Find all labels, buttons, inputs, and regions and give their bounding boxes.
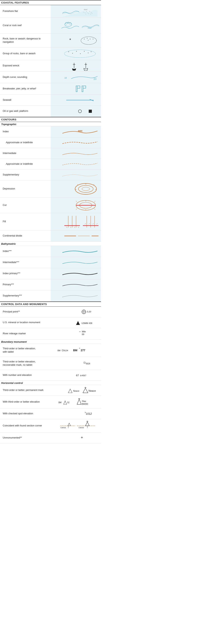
label-depth-curve: Depth curve; sounding: [0, 74, 51, 80]
svg-text:277: 277: [81, 349, 85, 352]
row-with-number-elevation: With number and elevation 67 4567: [0, 370, 101, 381]
contours-section: CONTOURS Topographic Index 6000 Approxim…: [0, 117, 101, 302]
symbol-coral: Reef: [51, 18, 101, 33]
svg-line-62: [76, 208, 77, 210]
row-supplementary: Supplementary: [0, 170, 101, 180]
control-section: CONTROL DATA AND MONUMENTS Principal poi…: [0, 302, 101, 444]
label-approx-index: Approximate or indefinite: [0, 140, 51, 146]
svg-text:*: *: [91, 51, 92, 53]
label-breakwater: Breakwater, pier, jetty, or wharf: [0, 86, 51, 92]
svg-line-80: [97, 223, 97, 224]
svg-text:*: *: [80, 53, 81, 55]
symbol-fill: [51, 213, 101, 230]
svg-text:Mud: Mud: [84, 8, 88, 10]
label-fill: Fill: [0, 219, 51, 224]
svg-point-45: [78, 110, 81, 113]
svg-line-72: [78, 227, 79, 228]
svg-text:67: 67: [76, 374, 79, 377]
svg-text:*: *: [69, 38, 71, 42]
symbol-foreshore: Mud: [51, 5, 101, 18]
svg-text:BM: BM: [73, 349, 77, 352]
label-third-order-no-tablet: Third-order or better elevation,recovera…: [0, 359, 51, 368]
row-with-third-order: With third-order or better elevation BM …: [0, 396, 101, 408]
symbol-bathy-index-primary: [51, 268, 101, 279]
label-depression: Depression: [0, 186, 51, 192]
contours-header: CONTOURS: [0, 117, 101, 122]
svg-text:9134: 9134: [64, 350, 68, 352]
symbol-coincident-section: Cactus Cactus: [51, 419, 101, 432]
svg-text:23: 23: [94, 78, 96, 80]
svg-text:BM: BM: [57, 350, 60, 352]
label-third-order-tablet: Third-order or better elevation,with tab…: [0, 346, 51, 355]
label-rock-bare: Rock, bare or awash; dangerous to naviga…: [0, 36, 51, 45]
svg-marker-88: [76, 321, 80, 325]
svg-marker-125: [85, 422, 89, 426]
row-seawall: Seawall: [0, 95, 101, 106]
svg-marker-111: [64, 401, 67, 404]
symbol-cut: [51, 198, 101, 213]
symbol-group-rocks: * * * * * * *: [51, 48, 101, 60]
row-checked-spot: With checked spot elevation 1012 x: [0, 408, 101, 419]
svg-rect-99: [84, 362, 85, 363]
row-approx-intermediate: Approximate or indefinite: [0, 159, 101, 170]
svg-line-61: [95, 201, 95, 202]
svg-line-79: [93, 223, 94, 224]
svg-text:Pike: Pike: [82, 400, 86, 402]
symbol-intermediate: [51, 148, 101, 159]
row-bathy-intermediate: Intermediate***: [0, 257, 101, 268]
row-bathy-index-primary: Index primary***: [0, 268, 101, 279]
label-us-mineral: U.S. mineral or location monument: [0, 320, 51, 326]
symbol-principal-point: 3-20: [51, 306, 101, 317]
row-coral: Coral or rock reef Reef: [0, 18, 101, 34]
row-bathy-index: Index***: [0, 246, 101, 257]
label-unmonumented: Unmonumented**: [0, 435, 51, 441]
label-group-rocks: Group of rocks, bare or awash: [0, 51, 51, 56]
symbol-bathy-intermediate: [51, 257, 101, 268]
svg-marker-121: [68, 423, 71, 426]
row-coincident-section: Coincident with found section corner Cac…: [0, 419, 101, 433]
svg-line-69: [66, 227, 67, 228]
svg-text:Cactus: Cactus: [79, 426, 84, 428]
label-supplementary: Supplementary: [0, 172, 51, 178]
row-foreshore: Foreshore flat Mud: [0, 5, 101, 18]
svg-text:Neace: Neace: [73, 390, 79, 392]
svg-line-64: [95, 208, 95, 210]
svg-rect-102: [80, 375, 81, 376]
svg-text:*: *: [84, 50, 85, 53]
svg-text:4567: 4567: [82, 374, 86, 377]
svg-text:BM: BM: [58, 402, 61, 404]
svg-text:x: x: [85, 412, 86, 414]
svg-point-13: [67, 22, 69, 24]
label-coincident-section: Coincident with found section corner: [0, 423, 51, 429]
row-breakwater: Breakwater, pier, jetty, or wharf: [0, 83, 101, 95]
symbol-with-number-elevation: 67 4567: [51, 370, 101, 380]
symbol-index: 6000: [51, 126, 101, 137]
symbol-continental-divide: [51, 230, 101, 242]
svg-text:*: *: [76, 50, 77, 53]
label-continental-divide: Continental divide: [0, 233, 51, 239]
svg-point-50: [82, 187, 90, 191]
label-bathy-index: Index***: [0, 248, 51, 254]
row-exposed-wreck: Exposed wreck: [0, 60, 101, 72]
row-continental-divide: Continental divide: [0, 230, 101, 242]
symbol-rock-bare: * * * * * *: [51, 34, 101, 47]
coastal-header: COASTAL FEATURES: [0, 0, 101, 5]
symbol-breakwater: [51, 83, 101, 94]
row-river-mileage: River mileage marker + Mile 69: [0, 328, 101, 340]
svg-text:*: *: [88, 40, 89, 42]
svg-text:Mile: Mile: [82, 330, 86, 333]
label-foreshore: Foreshore flat: [0, 8, 51, 14]
svg-line-78: [89, 223, 90, 224]
row-cut: Cut: [0, 198, 101, 213]
label-third-order-perm: Third-order or better, permanent mark: [0, 388, 51, 393]
label-index: Index: [0, 129, 51, 135]
horizontal-control-subheader: Horizontal control: [0, 381, 101, 385]
row-intermediate: Intermediate: [0, 148, 101, 159]
row-third-order-perm: Third-order or better, permanent mark Ne…: [0, 385, 101, 396]
label-principal-point: Principal point**: [0, 309, 51, 315]
label-coral: Coral or rock reef: [0, 23, 51, 28]
svg-text:6000: 6000: [78, 130, 82, 132]
label-with-third-order: With third-order or better elevation: [0, 399, 51, 405]
svg-text:+: +: [79, 330, 81, 333]
svg-line-71: [74, 227, 75, 228]
